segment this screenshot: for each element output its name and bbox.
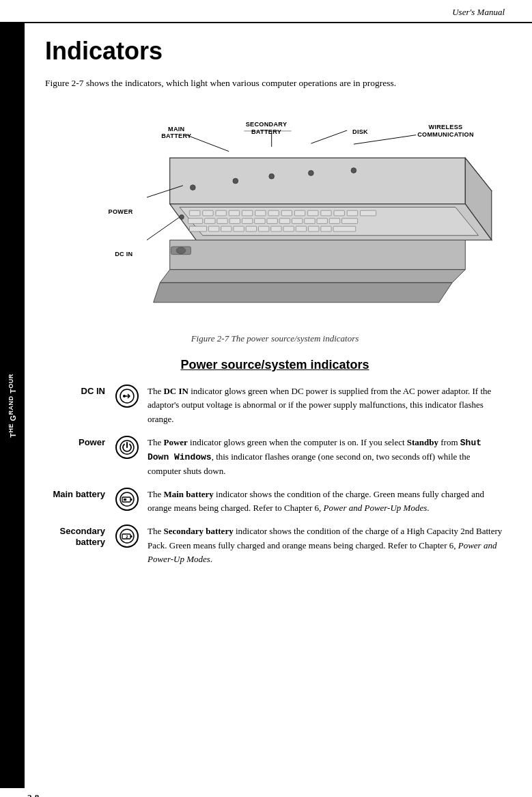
power-description: The Power indicator glows green when the… bbox=[148, 436, 505, 488]
main-battery-description: The Main battery indicator shows the con… bbox=[148, 488, 505, 525]
secondary-battery-description: The Secondary battery indicator shows th… bbox=[148, 525, 505, 575]
svg-rect-35 bbox=[234, 227, 244, 232]
svg-rect-41 bbox=[309, 227, 319, 232]
sidebar-label: THE GRAND TOUR bbox=[8, 374, 18, 438]
svg-point-46 bbox=[309, 171, 314, 176]
page-header: User's Manual bbox=[0, 0, 532, 23]
svg-rect-26 bbox=[279, 219, 290, 224]
svg-rect-43 bbox=[333, 227, 356, 232]
section-heading: Power source/system indicators bbox=[45, 358, 505, 372]
indicator-row-main-battery: Main battery The Mai bbox=[45, 488, 505, 525]
svg-rect-42 bbox=[321, 227, 331, 232]
sidebar: THE GRAND TOUR bbox=[0, 23, 25, 788]
svg-rect-25 bbox=[267, 219, 277, 224]
svg-rect-14 bbox=[308, 210, 318, 216]
svg-rect-6 bbox=[203, 210, 213, 216]
indicators-table: DC IN The DC IN indicator glows green bbox=[45, 384, 505, 576]
dc-in-label: DC IN bbox=[81, 386, 105, 396]
svg-rect-22 bbox=[229, 219, 240, 224]
svg-text:BATTERY: BATTERY bbox=[161, 133, 191, 140]
svg-marker-67 bbox=[160, 270, 465, 283]
svg-rect-17 bbox=[347, 210, 357, 216]
intro-text: Figure 2-7 shows the indicators, which l… bbox=[45, 76, 505, 90]
diagram-container: MAIN BATTERY SECONDARY BATTERY DISK WIRE… bbox=[45, 101, 505, 326]
page-number: 2-8 bbox=[27, 792, 39, 797]
svg-marker-70 bbox=[154, 283, 452, 303]
svg-text:SECONDARY: SECONDARY bbox=[246, 121, 288, 128]
svg-rect-76 bbox=[130, 499, 132, 501]
indicator-row-power: Power The Power indicator glows green bbox=[45, 436, 505, 488]
svg-point-48 bbox=[190, 185, 195, 191]
power-icon bbox=[115, 436, 139, 459]
svg-rect-29 bbox=[317, 219, 327, 224]
svg-rect-19 bbox=[188, 219, 203, 224]
svg-rect-34 bbox=[221, 227, 232, 232]
svg-rect-27 bbox=[292, 219, 302, 224]
svg-rect-32 bbox=[190, 227, 207, 232]
svg-rect-15 bbox=[321, 210, 331, 216]
svg-line-57 bbox=[311, 130, 347, 143]
svg-text:WIRELESS: WIRELESS bbox=[428, 124, 462, 130]
secondary-battery-label: Secondarybattery bbox=[60, 526, 105, 547]
figure-caption: Figure 2-7 The power source/system indic… bbox=[45, 333, 505, 344]
power-label: Power bbox=[79, 437, 105, 447]
indicator-row-secondary-battery: Secondarybattery 2 Th bbox=[45, 525, 505, 575]
svg-rect-80 bbox=[130, 535, 132, 537]
svg-rect-37 bbox=[258, 227, 268, 232]
svg-point-72 bbox=[123, 395, 126, 397]
svg-line-50 bbox=[186, 135, 229, 152]
svg-rect-36 bbox=[246, 227, 256, 232]
header-title: User's Manual bbox=[452, 7, 505, 18]
svg-rect-30 bbox=[329, 219, 339, 224]
dc-in-description: The DC IN indicator glows green when DC … bbox=[148, 384, 505, 435]
svg-point-44 bbox=[233, 178, 238, 184]
svg-rect-16 bbox=[334, 210, 344, 216]
indicator-row-dc-in: DC IN The DC IN indicator glows green bbox=[45, 384, 505, 435]
svg-rect-7 bbox=[216, 210, 226, 216]
svg-rect-9 bbox=[242, 210, 252, 216]
svg-line-59 bbox=[354, 135, 416, 144]
svg-rect-33 bbox=[208, 227, 219, 232]
svg-line-64 bbox=[147, 217, 180, 240]
svg-rect-23 bbox=[242, 219, 252, 224]
svg-rect-40 bbox=[296, 227, 306, 232]
svg-rect-77 bbox=[124, 499, 126, 501]
svg-rect-28 bbox=[305, 219, 315, 224]
svg-text:POWER: POWER bbox=[109, 208, 133, 215]
svg-rect-8 bbox=[229, 210, 239, 216]
svg-rect-13 bbox=[294, 210, 305, 216]
svg-text:MAIN: MAIN bbox=[168, 126, 184, 132]
svg-rect-5 bbox=[190, 210, 200, 216]
svg-rect-10 bbox=[255, 210, 266, 216]
svg-text:COMMUNICATION: COMMUNICATION bbox=[417, 131, 474, 138]
svg-rect-39 bbox=[283, 227, 294, 232]
svg-rect-20 bbox=[205, 219, 215, 224]
svg-text:DC IN: DC IN bbox=[115, 251, 132, 258]
svg-point-49 bbox=[180, 215, 184, 220]
svg-rect-31 bbox=[342, 219, 358, 224]
main-content: Indicators Figure 2-7 shows the indicato… bbox=[25, 23, 532, 788]
svg-point-69 bbox=[176, 247, 185, 254]
main-battery-icon bbox=[115, 488, 139, 511]
svg-point-47 bbox=[351, 168, 356, 173]
svg-point-45 bbox=[269, 174, 275, 180]
secondary-battery-icon: 2 bbox=[115, 525, 139, 548]
page-footer: 2-8 bbox=[0, 788, 532, 797]
svg-text:DISK: DISK bbox=[352, 128, 368, 135]
svg-text:BATTERY: BATTERY bbox=[251, 128, 281, 135]
diagram-svg: MAIN BATTERY SECONDARY BATTERY DISK WIRE… bbox=[45, 101, 505, 326]
svg-rect-12 bbox=[281, 210, 292, 216]
svg-rect-24 bbox=[255, 219, 265, 224]
svg-text:2: 2 bbox=[126, 535, 128, 539]
svg-rect-38 bbox=[271, 227, 281, 232]
svg-marker-1 bbox=[170, 158, 466, 204]
svg-marker-66 bbox=[170, 240, 466, 270]
dc-in-icon bbox=[115, 384, 139, 408]
svg-rect-18 bbox=[360, 210, 376, 216]
main-battery-label: Main battery bbox=[53, 489, 105, 499]
page-title: Indicators bbox=[45, 37, 505, 66]
svg-rect-21 bbox=[217, 219, 227, 224]
svg-rect-11 bbox=[268, 210, 279, 216]
